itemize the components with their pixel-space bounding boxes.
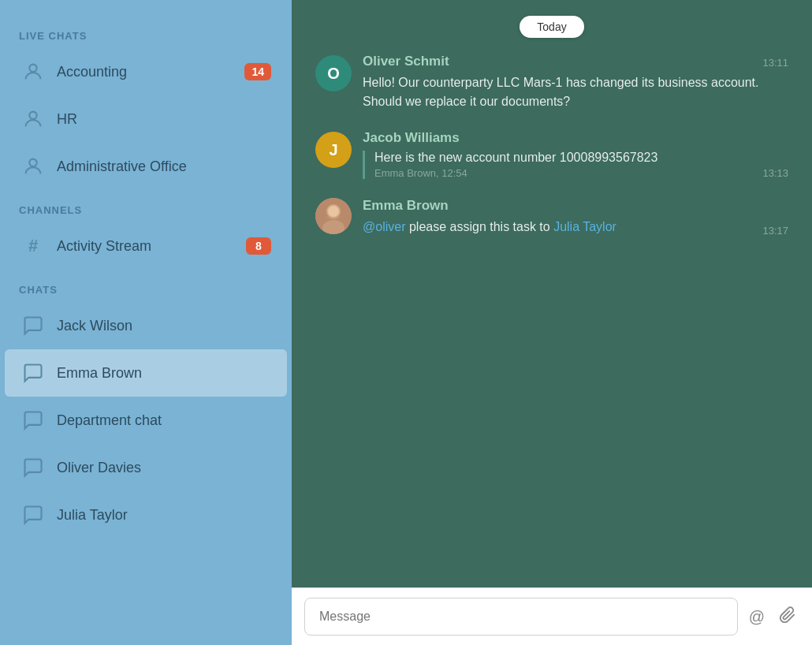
live-chats-label: LIVE CHATS bbox=[0, 16, 292, 48]
sidebar-item-department-chat[interactable]: Department chat bbox=[5, 397, 287, 444]
chat-icon-emma bbox=[20, 360, 46, 386]
sender-emma: Emma Brown bbox=[363, 198, 788, 214]
chats-label: CHATS bbox=[0, 270, 292, 302]
chat-icon-oliver bbox=[20, 455, 46, 480]
quoted-block: Here is the new account number 100089935… bbox=[363, 151, 788, 179]
accounting-badge: 14 bbox=[244, 63, 271, 80]
julia-taylor-label: Julia Taylor bbox=[57, 507, 271, 524]
channels-label: CHANNELS bbox=[0, 190, 292, 222]
svg-point-0 bbox=[29, 65, 36, 72]
message-emma: Emma Brown @oliver please assign this ta… bbox=[315, 198, 788, 237]
main-chat: Today O Oliver Schmit Hello! Our counter… bbox=[292, 0, 812, 645]
message-input[interactable] bbox=[304, 598, 738, 636]
date-badge: Today bbox=[520, 16, 583, 38]
sidebar-item-jack-wilson[interactable]: Jack Wilson bbox=[5, 302, 287, 349]
sidebar-item-hr[interactable]: HR bbox=[5, 95, 287, 143]
quoted-attribution: Emma Brown, 12:54 bbox=[374, 167, 788, 179]
message-time-oliver: 13:11 bbox=[762, 57, 788, 69]
sidebar-item-emma-brown[interactable]: Emma Brown bbox=[5, 349, 287, 397]
emma-brown-label: Emma Brown bbox=[57, 365, 271, 382]
message-text-oliver: Hello! Our counterparty LLC Mars-1 has c… bbox=[363, 73, 788, 111]
message-list: Today O Oliver Schmit Hello! Our counter… bbox=[292, 0, 812, 587]
department-chat-label: Department chat bbox=[57, 412, 271, 429]
person-icon-hr bbox=[20, 106, 46, 132]
at-icon[interactable]: @ bbox=[746, 605, 768, 629]
hash-icon: # bbox=[20, 233, 46, 259]
mention-oliver: @oliver bbox=[363, 220, 405, 233]
sidebar: LIVE CHATS Accounting 14 HR Administrati bbox=[0, 0, 292, 645]
avatar-oliver: O bbox=[315, 55, 352, 91]
sender-jacob: Jacob Williams bbox=[363, 130, 788, 146]
message-oliver: O Oliver Schmit Hello! Our counterparty … bbox=[315, 54, 788, 111]
hr-label: HR bbox=[57, 111, 271, 128]
message-content-jacob: Jacob Williams Here is the new account n… bbox=[363, 130, 788, 179]
avatar-emma bbox=[315, 198, 352, 234]
accounting-label: Accounting bbox=[57, 64, 244, 80]
sender-oliver: Oliver Schmit bbox=[363, 54, 788, 69]
svg-point-1 bbox=[29, 112, 36, 119]
jack-wilson-label: Jack Wilson bbox=[57, 318, 271, 334]
svg-point-6 bbox=[328, 206, 339, 217]
oliver-davies-label: Oliver Davies bbox=[57, 460, 271, 476]
chat-input-area: @ bbox=[292, 587, 812, 645]
message-normal-text: please assign this task to bbox=[409, 220, 553, 233]
chat-icon-jack bbox=[20, 313, 46, 338]
sidebar-item-julia-taylor[interactable]: Julia Taylor bbox=[5, 491, 287, 539]
quoted-text: Here is the new account number 100089935… bbox=[374, 151, 788, 165]
attachment-icon[interactable] bbox=[776, 603, 799, 631]
sidebar-item-activity-stream[interactable]: # Activity Stream 8 bbox=[5, 222, 287, 270]
message-content-oliver: Oliver Schmit Hello! Our counterparty LL… bbox=[363, 54, 788, 111]
message-time-emma: 13:17 bbox=[762, 225, 788, 237]
activity-stream-label: Activity Stream bbox=[57, 238, 246, 255]
chat-icon-dept bbox=[20, 408, 46, 433]
sidebar-item-accounting[interactable]: Accounting 14 bbox=[5, 48, 287, 95]
avatar-jacob: J bbox=[315, 132, 352, 168]
message-time-jacob: 13:13 bbox=[762, 167, 788, 179]
person-icon-admin bbox=[20, 154, 46, 179]
sidebar-item-administrative-office[interactable]: Administrative Office bbox=[5, 143, 287, 190]
mention-julia: Julia Taylor bbox=[553, 220, 616, 233]
sidebar-item-oliver-davies[interactable]: Oliver Davies bbox=[5, 444, 287, 491]
message-jacob: J Jacob Williams Here is the new account… bbox=[315, 130, 788, 179]
person-icon bbox=[20, 59, 46, 84]
admin-office-label: Administrative Office bbox=[57, 158, 271, 175]
activity-stream-badge: 8 bbox=[246, 237, 271, 255]
chat-icon-julia bbox=[20, 502, 46, 528]
message-content-emma: Emma Brown @oliver please assign this ta… bbox=[363, 198, 788, 237]
message-text-emma: @oliver please assign this task to Julia… bbox=[363, 218, 788, 237]
svg-point-2 bbox=[29, 159, 36, 166]
